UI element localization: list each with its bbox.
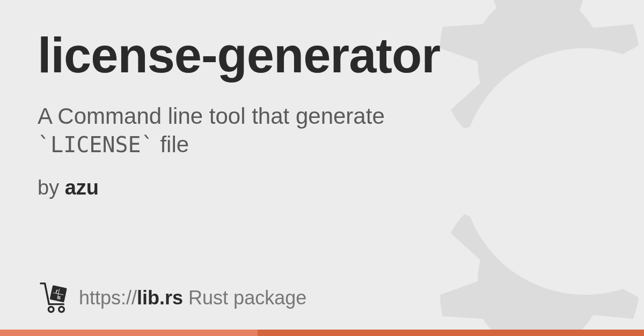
librs-cart-icon: r s	[38, 281, 71, 315]
description-text-prefix: A Command line tool that generate	[38, 103, 385, 129]
svg-point-2	[59, 307, 64, 312]
main-content: license-generator A Command line tool th…	[0, 0, 644, 199]
byline: by azu	[38, 176, 606, 199]
accent-bar-left	[0, 330, 258, 336]
url-prefix: https://	[79, 287, 137, 309]
by-label: by	[38, 176, 65, 199]
footer: r s https://lib.rs Rust package	[38, 281, 306, 315]
svg-point-1	[48, 307, 54, 312]
package-description: A Command line tool that generate `LICEN…	[38, 102, 424, 160]
url-suffix: Rust package	[183, 287, 306, 309]
accent-bar	[0, 330, 644, 336]
description-text-suffix: file	[154, 132, 189, 157]
footer-url: https://lib.rs Rust package	[79, 287, 306, 309]
author-name: azu	[65, 176, 99, 199]
accent-bar-right	[258, 330, 644, 336]
description-code: `LICENSE`	[38, 132, 154, 157]
package-title: license-generator	[38, 29, 606, 81]
url-domain: lib.rs	[137, 287, 183, 309]
